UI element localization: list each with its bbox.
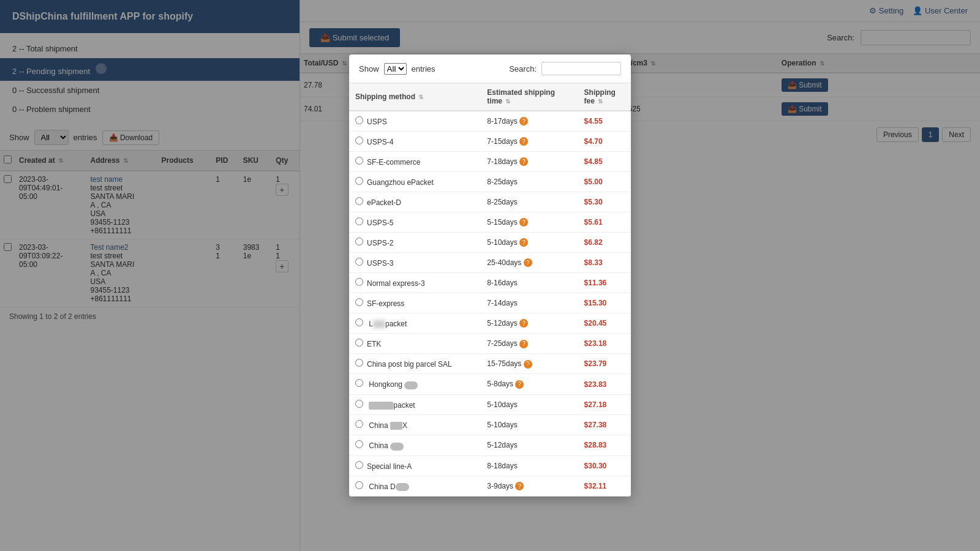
blurred-packet-radio[interactable] [355, 400, 363, 408]
modal-search-input[interactable] [541, 62, 621, 75]
help-icon[interactable]: ? [519, 137, 528, 146]
shipping-fee: $4.55 [578, 111, 631, 132]
gz-epacket-radio[interactable] [355, 177, 363, 185]
shipping-option-row: Lpacket 5-12days ? $20.45 [349, 313, 631, 334]
est-time: 7-15days ? [481, 132, 578, 152]
usps2-radio[interactable] [355, 238, 363, 246]
normal-express3-radio[interactable] [355, 278, 363, 286]
shipping-fee: $11.36 [578, 273, 631, 293]
shipping-option-row: Normal express-3 8-16days $11.36 [349, 273, 631, 293]
shipping-fee: $27.18 [578, 394, 631, 414]
special-line-a-radio[interactable] [355, 461, 363, 469]
est-time: 7-25days ? [481, 334, 578, 354]
col-estimated-time: Estimated shippingtime ⇅ [481, 83, 578, 111]
shipping-option-row: China X 5-10days $27.38 [349, 415, 631, 435]
blurred-text [390, 422, 402, 430]
shipping-option-row: China post big parcel SAL 15-75days ? $2… [349, 354, 631, 374]
sf-express-radio[interactable] [355, 298, 363, 306]
est-time: 15-75days ? [481, 354, 578, 374]
shipping-option-row: USPS 8-17days ? $4.55 [349, 111, 631, 132]
shipping-fee: $20.45 [578, 313, 631, 334]
shipping-option-row: ePacket-D 8-25days $5.30 [349, 192, 631, 212]
method-name: SF-E-commerce [367, 158, 420, 167]
hongkong-radio[interactable] [355, 379, 363, 387]
usps3-radio[interactable] [355, 258, 363, 266]
china-post-parcel-radio[interactable] [355, 359, 363, 367]
shipping-option-row: USPS-2 5-10days ? $6.82 [349, 233, 631, 253]
est-time: 5-10days ? [481, 233, 578, 253]
shipping-method-modal: Show All1025 entries Search: Shipping me… [349, 54, 631, 497]
blurred-badge [396, 483, 409, 491]
china-blur-radio[interactable] [355, 440, 363, 448]
shipping-option-row: USPS-5 5-15days ? $5.61 [349, 212, 631, 233]
shipping-option-row: Hongkong 5-8days ? $23.83 [349, 374, 631, 394]
method-name: USPS-4 [367, 138, 393, 146]
shipping-fee: $32.11 [578, 476, 631, 496]
help-icon[interactable]: ? [524, 360, 532, 369]
shipping-fee: $28.83 [578, 435, 631, 455]
help-icon[interactable]: ? [519, 319, 528, 328]
method-name: USPS [367, 118, 387, 126]
help-icon[interactable]: ? [519, 238, 528, 247]
method-name: China post big parcel SAL [367, 360, 452, 369]
method-name: USPS-2 [367, 239, 393, 247]
modal-show-label: Show [359, 64, 379, 73]
est-time: 5-12days [481, 435, 578, 455]
est-time: 5-8days ? [481, 374, 578, 394]
etk-radio[interactable] [355, 339, 363, 347]
method-name: ePacket-D [367, 198, 401, 207]
shipping-fee: $5.00 [578, 172, 631, 192]
help-icon[interactable]: ? [519, 117, 528, 126]
method-name: Guangzhou ePacket [367, 178, 434, 187]
help-icon[interactable]: ? [515, 380, 524, 389]
china-d-blur-radio[interactable] [355, 481, 363, 489]
est-time: 8-25days [481, 192, 578, 212]
shipping-option-row: SF-express 7-14days $15.30 [349, 293, 631, 313]
shipping-option-row: ETK 7-25days ? $23.18 [349, 334, 631, 354]
blurred-text [369, 402, 393, 410]
l-packet-radio[interactable] [355, 318, 363, 326]
modal-controls: Show All1025 entries [359, 63, 435, 75]
shipping-fee: $4.70 [578, 132, 631, 152]
usps4-radio[interactable] [355, 137, 363, 144]
help-icon[interactable]: ? [519, 157, 528, 166]
usps-radio[interactable] [355, 116, 363, 124]
shipping-fee: $23.83 [578, 374, 631, 394]
usps5-radio[interactable] [355, 217, 363, 225]
modal-header: Show All1025 entries Search: [349, 54, 631, 83]
modal-show-select[interactable]: All1025 [384, 63, 407, 75]
est-time: 8-17days ? [481, 111, 578, 132]
blurred-text [373, 320, 385, 328]
est-time: 25-40days ? [481, 253, 578, 273]
est-time: 7-14days [481, 293, 578, 313]
shipping-option-row: China 5-12days $28.83 [349, 435, 631, 455]
shipping-fee: $30.30 [578, 455, 631, 476]
est-time: 8-16days [481, 273, 578, 293]
method-name: USPS-5 [367, 219, 393, 227]
method-name: Special line-A [367, 462, 412, 471]
shipping-fee: $23.18 [578, 334, 631, 354]
shipping-option-row: USPS-4 7-15days ? $4.70 [349, 132, 631, 152]
shipping-fee: $4.85 [578, 152, 631, 172]
epacket-d-radio[interactable] [355, 197, 363, 205]
shipping-fee: $23.79 [578, 354, 631, 374]
help-icon[interactable]: ? [515, 482, 524, 490]
shipping-fee: $5.30 [578, 192, 631, 212]
est-time: 5-15days ? [481, 212, 578, 233]
shipping-option-row: Special line-A 8-18days $30.30 [349, 455, 631, 476]
china-blurx-radio[interactable] [355, 420, 363, 428]
sf-ecommerce-radio[interactable] [355, 157, 363, 165]
help-icon[interactable]: ? [519, 218, 528, 227]
est-time: 5-12days ? [481, 313, 578, 334]
help-icon[interactable]: ? [524, 258, 532, 267]
help-icon[interactable]: ? [519, 340, 528, 348]
modal-overlay[interactable]: Show All1025 entries Search: Shipping me… [0, 0, 980, 551]
est-time: 8-25days [481, 172, 578, 192]
est-time: 5-10days [481, 415, 578, 435]
shipping-option-row: SF-E-commerce 7-18days ? $4.85 [349, 152, 631, 172]
shipping-fee: $5.61 [578, 212, 631, 233]
est-time: 5-10days [481, 394, 578, 414]
modal-search-label: Search: [509, 64, 537, 73]
shipping-option-row: packet 5-10days $27.18 [349, 394, 631, 414]
est-time: 8-18days [481, 455, 578, 476]
